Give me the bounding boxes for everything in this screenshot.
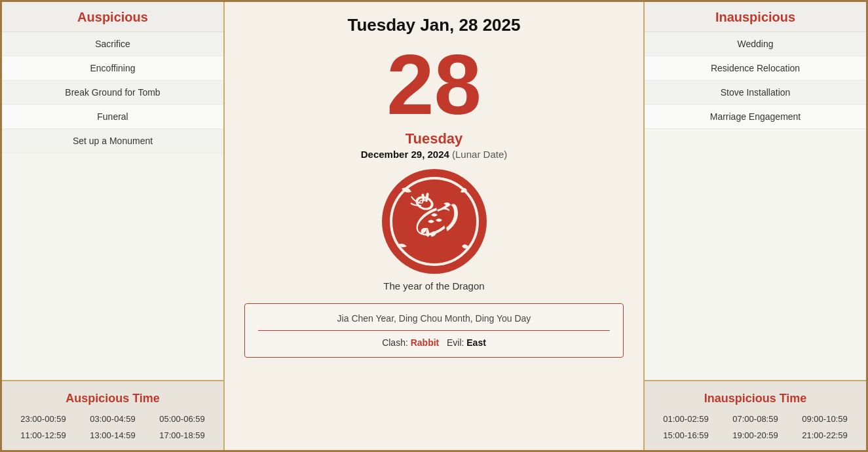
time-cell: 23:00-00:59	[9, 412, 78, 426]
list-item: Stove Installation	[645, 81, 866, 105]
time-cell: 09:00-10:59	[790, 412, 859, 426]
day-number: 28	[387, 42, 481, 127]
left-panel: Auspicious Sacrifice Encoffining Break G…	[2, 2, 225, 450]
weekday-label: Tuesday	[406, 130, 463, 147]
lunar-date-text: December 29, 2024	[361, 149, 449, 160]
time-cell: 19:00-20:59	[721, 428, 790, 442]
inauspicious-time-section: Inauspicious Time 01:00-02:59 07:00-08:5…	[645, 380, 866, 450]
auspicious-title: Auspicious	[77, 10, 148, 24]
info-box: Jia Chen Year, Ding Chou Month, Ding You…	[244, 303, 624, 358]
time-cell: 05:00-06:59	[147, 412, 217, 426]
lunar-date: December 29, 2024 (Lunar Date)	[361, 149, 508, 160]
inauspicious-title: Inauspicious	[715, 10, 795, 24]
time-cell: 17:00-18:59	[147, 428, 217, 442]
time-cell: 13:00-14:59	[78, 428, 147, 442]
time-cell: 03:00-04:59	[78, 412, 147, 426]
inauspicious-time-grid: 01:00-02:59 07:00-08:59 09:00-10:59 15:0…	[645, 412, 866, 442]
year-month-day-info: Jia Chen Year, Ding Chou Month, Ding You…	[258, 313, 610, 331]
auspicious-time-grid: 23:00-00:59 03:00-04:59 05:00-06:59 11:0…	[2, 412, 223, 442]
time-cell: 15:00-16:59	[651, 428, 721, 442]
zodiac-label: The year of the Dragon	[383, 280, 484, 292]
time-cell: 11:00-12:59	[9, 428, 78, 442]
app-container: Auspicious Sacrifice Encoffining Break G…	[0, 0, 868, 452]
evil-label: Evil:	[447, 337, 464, 348]
list-item: Set up a Monument	[2, 129, 223, 153]
evil-direction: East	[466, 337, 486, 348]
lunar-label: (Lunar Date)	[452, 149, 507, 160]
list-item: Break Ground for Tomb	[2, 81, 223, 105]
svg-point-8	[420, 201, 422, 203]
list-item: Wedding	[645, 32, 866, 56]
date-title: Tuesday Jan, 28 2025	[347, 15, 520, 35]
inauspicious-section: Inauspicious Wedding Residence Relocatio…	[645, 2, 866, 380]
list-item: Funeral	[2, 105, 223, 129]
inauspicious-header: Inauspicious	[645, 2, 866, 32]
time-cell: 07:00-08:59	[721, 412, 790, 426]
auspicious-time-section: Auspicious Time 23:00-00:59 03:00-04:59 …	[2, 380, 223, 450]
clash-evil-info: Clash: Rabbit Evil: East	[258, 337, 610, 348]
auspicious-time-title: Auspicious Time	[66, 392, 160, 405]
list-item: Sacrifice	[2, 32, 223, 56]
inauspicious-time-header: Inauspicious Time	[645, 388, 866, 412]
list-item: Marriage Engagement	[645, 105, 866, 129]
clash-animal: Rabbit	[411, 337, 440, 348]
time-cell: 01:00-02:59	[651, 412, 721, 426]
list-item: Encoffining	[2, 56, 223, 81]
list-item: Residence Relocation	[645, 56, 866, 81]
clash-label: Clash:	[382, 337, 408, 348]
inauspicious-time-title: Inauspicious Time	[704, 392, 807, 405]
auspicious-section: Auspicious Sacrifice Encoffining Break G…	[2, 2, 223, 380]
auspicious-header: Auspicious	[2, 2, 223, 32]
center-panel: Tuesday Jan, 28 2025 28 Tuesday December…	[225, 2, 643, 450]
dragon-icon	[388, 176, 480, 267]
time-cell: 21:00-22:59	[790, 428, 859, 442]
right-panel: Inauspicious Wedding Residence Relocatio…	[643, 2, 866, 450]
dragon-emblem	[382, 169, 487, 274]
auspicious-time-header: Auspicious Time	[2, 388, 223, 412]
